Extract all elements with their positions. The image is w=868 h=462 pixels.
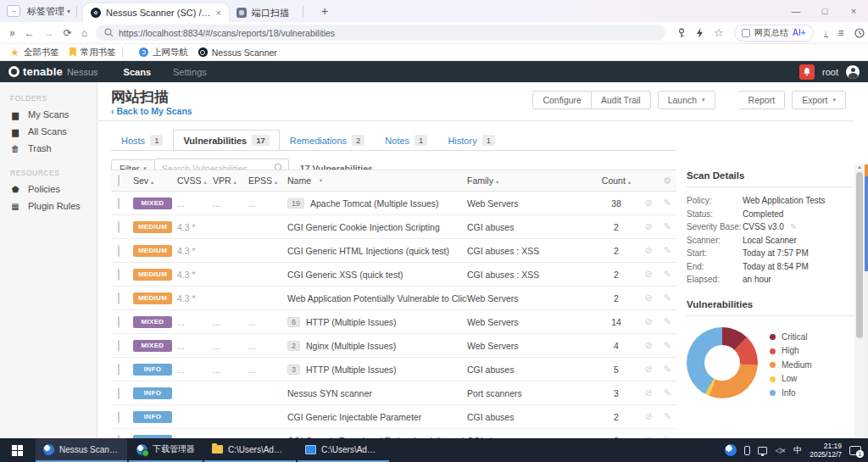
pencil-icon[interactable]: ✎ xyxy=(664,269,671,280)
nav-scans[interactable]: Scans xyxy=(124,67,151,77)
row-select[interactable] xyxy=(111,222,133,232)
pencil-icon[interactable]: ✎ xyxy=(664,411,671,422)
pencil-icon[interactable]: ✎ xyxy=(664,292,671,303)
home-icon[interactable]: ⌂ xyxy=(81,27,87,39)
downloads-icon[interactable]: ↓ xyxy=(824,29,828,37)
configure-button[interactable]: Configure xyxy=(532,91,592,109)
tab-manager-button[interactable]: 标签管理 ▾ xyxy=(27,5,70,18)
user-avatar[interactable] xyxy=(846,65,860,79)
column-header-sev[interactable]: Sev▴ xyxy=(133,175,177,186)
audit-trail-button[interactable]: Audit Trail xyxy=(592,91,651,109)
nav-settings[interactable]: Settings xyxy=(173,67,207,77)
table-row[interactable]: MEDIUM4.3 *Web Application Potentially V… xyxy=(111,287,676,310)
column-header-select[interactable] xyxy=(111,175,133,186)
name-cell[interactable]: 3HTTP (Multiple Issues) xyxy=(287,365,467,375)
pencil-icon[interactable]: ✎ xyxy=(664,387,671,398)
row-select[interactable] xyxy=(111,293,133,303)
column-header-count[interactable]: Count▴ xyxy=(601,175,632,186)
row-select[interactable] xyxy=(111,317,133,327)
name-cell[interactable]: CGI Generic Cookie Injection Scripting xyxy=(287,222,467,232)
name-cell[interactable]: 19Apache Tomcat (Multiple Issues) xyxy=(287,198,467,209)
minimize-button[interactable]: — xyxy=(782,6,810,16)
close-button[interactable]: × xyxy=(839,6,868,16)
pencil-icon[interactable]: ✎ xyxy=(790,220,797,234)
scroll-up-icon[interactable]: ▲ xyxy=(854,164,865,170)
recast-icon[interactable]: ⊘ xyxy=(645,198,653,209)
name-cell[interactable]: CGI Generic HTML Injections (quick test) xyxy=(287,246,467,256)
tray-ime-indicator[interactable]: 中 xyxy=(793,444,802,456)
row-select[interactable] xyxy=(111,246,133,256)
bookmark-item[interactable]: 上网导航 xyxy=(139,47,188,58)
back-icon[interactable]: ← xyxy=(25,27,35,39)
sidebar-item-policies[interactable]: ⬟Policies xyxy=(0,181,97,198)
row-select[interactable] xyxy=(111,388,133,398)
reading-list-icon[interactable]: ≡ xyxy=(838,27,844,39)
history-clock-icon[interactable] xyxy=(854,28,865,38)
tray-volume-muted-icon[interactable]: ◁✕ xyxy=(775,446,786,454)
page-scrollbar[interactable]: ▲ xyxy=(854,164,865,438)
sidebar-item-plugin-rules[interactable]: ▦Plugin Rules xyxy=(0,198,97,214)
tab-close-icon[interactable]: × xyxy=(216,8,221,18)
browser-tab[interactable]: 端口扫描 xyxy=(229,3,297,22)
table-row[interactable]: MEDIUM4.3 *CGI Generic HTML Injections (… xyxy=(111,239,676,263)
window-layout-icon[interactable]: – xyxy=(7,5,20,17)
name-cell[interactable]: Nessus SYN scanner xyxy=(287,388,467,398)
table-row[interactable]: MIXED.........19Apache Tomcat (Multiple … xyxy=(111,192,676,215)
row-select[interactable] xyxy=(111,270,133,280)
name-cell[interactable]: Web Application Potentially Vulnerable t… xyxy=(287,293,467,303)
checkbox[interactable] xyxy=(118,387,120,399)
pencil-icon[interactable]: ✎ xyxy=(664,245,671,256)
lightning-icon[interactable] xyxy=(696,28,704,38)
pencil-icon[interactable]: ✎ xyxy=(664,221,671,232)
report-button[interactable]: Report xyxy=(739,91,786,109)
recast-icon[interactable]: ⊘ xyxy=(645,221,653,232)
bookmark-item[interactable]: 常用书签 xyxy=(70,47,116,58)
notifications-button[interactable] xyxy=(799,64,815,80)
name-cell[interactable]: CGI Generic Injectable Parameter xyxy=(287,412,467,422)
pencil-icon[interactable]: ✎ xyxy=(664,340,671,351)
taskbar-clock[interactable]: 21:19 2025/12/7 xyxy=(810,442,842,459)
checkbox[interactable] xyxy=(118,316,120,328)
recast-icon[interactable]: ⊘ xyxy=(645,316,653,327)
pencil-icon[interactable]: ✎ xyxy=(664,198,671,209)
checkbox[interactable] xyxy=(118,292,120,304)
url-field[interactable]: https://localhost:8834/#/scans/reports/1… xyxy=(96,25,665,41)
launch-button[interactable]: Launch▾ xyxy=(658,91,715,109)
checkbox[interactable] xyxy=(118,269,120,281)
key-icon[interactable] xyxy=(677,28,686,38)
checkbox[interactable] xyxy=(118,221,120,233)
bookmark-item[interactable]: ★全部书签 xyxy=(10,47,59,58)
table-row[interactable]: MIXED.........2Nginx (Multiple Issues)We… xyxy=(111,334,676,358)
forward-icon[interactable]: → xyxy=(44,27,54,39)
sidebar-item-my-scans[interactable]: ▆My Scans xyxy=(0,106,97,123)
bookmark-star-icon[interactable]: ☆ xyxy=(714,26,724,39)
back-to-my-scans-link[interactable]: ‹ Back to My Scans xyxy=(111,106,192,116)
browser-tab[interactable]: Nessus Scanner (SC) / Folde× xyxy=(83,3,229,22)
row-select[interactable] xyxy=(111,198,133,209)
table-row[interactable]: INFONessus SYN scannerPort scanners3⊘✎ xyxy=(111,381,676,405)
taskbar-item[interactable]: Nessus Scanner (... xyxy=(36,438,127,462)
reload-icon[interactable]: ⟳ xyxy=(64,27,72,39)
tab-remediations[interactable]: Remediations2 xyxy=(280,130,376,152)
sidebar-item-trash[interactable]: 🗑Trash xyxy=(0,140,97,157)
column-header-vpr[interactable]: VPR▴ xyxy=(213,175,248,186)
tab-hosts[interactable]: Hosts1 xyxy=(111,130,173,152)
tray-network-icon[interactable] xyxy=(758,447,767,454)
tab-history[interactable]: History1 xyxy=(437,130,505,152)
column-header-epss[interactable]: EPSS▴ xyxy=(248,175,287,186)
column-header-cvss[interactable]: CVSS▴ xyxy=(177,175,213,186)
recast-icon[interactable]: ⊘ xyxy=(645,364,653,375)
taskbar-item[interactable]: C:\Users\Adminis... xyxy=(298,438,389,462)
table-row[interactable]: MIXED.........6HTTP (Multiple Issues)Web… xyxy=(111,310,676,334)
ai-summary-button[interactable]: 网页总结 AI+ xyxy=(734,25,814,42)
recast-icon[interactable]: ⊘ xyxy=(645,245,653,256)
name-cell[interactable]: 2Nginx (Multiple Issues) xyxy=(287,341,467,351)
tab-vulnerabilities[interactable]: Vulnerabilities17 xyxy=(173,130,279,152)
tray-phone-icon[interactable] xyxy=(744,446,750,455)
checkbox[interactable] xyxy=(118,411,120,423)
scrollbar-thumb[interactable] xyxy=(856,172,863,338)
row-select[interactable] xyxy=(111,365,133,375)
column-header-name[interactable]: Name▾ xyxy=(287,175,467,186)
tab-notes[interactable]: Notes1 xyxy=(375,130,437,152)
row-select[interactable] xyxy=(111,412,133,422)
